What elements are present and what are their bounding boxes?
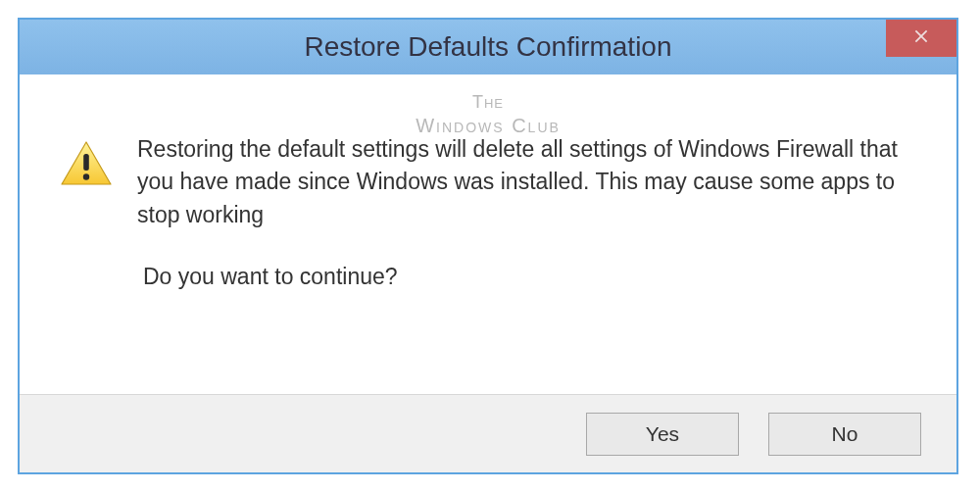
svg-rect-2 (83, 154, 89, 171)
titlebar[interactable]: Restore Defaults Confirmation (20, 20, 956, 74)
content-row: Restoring the default settings will dele… (59, 133, 917, 293)
dialog-window: Restore Defaults Confirmation The Window… (18, 18, 958, 474)
watermark-line1: The (416, 92, 561, 114)
message-para2: Do you want to continue? (143, 261, 917, 293)
button-bar: Yes No (20, 394, 956, 472)
watermark: The Windows Club (416, 92, 561, 137)
titlebar-title: Restore Defaults Confirmation (304, 31, 671, 63)
message-block: Restoring the default settings will dele… (137, 133, 917, 293)
no-button[interactable]: No (768, 413, 921, 456)
warning-icon (59, 139, 114, 188)
close-icon (912, 27, 930, 50)
yes-button[interactable]: Yes (586, 413, 739, 456)
message-para1: Restoring the default settings will dele… (137, 133, 917, 231)
close-button[interactable] (886, 20, 956, 57)
dialog-body: The Windows Club Restorin (20, 74, 956, 394)
svg-point-3 (83, 173, 89, 179)
